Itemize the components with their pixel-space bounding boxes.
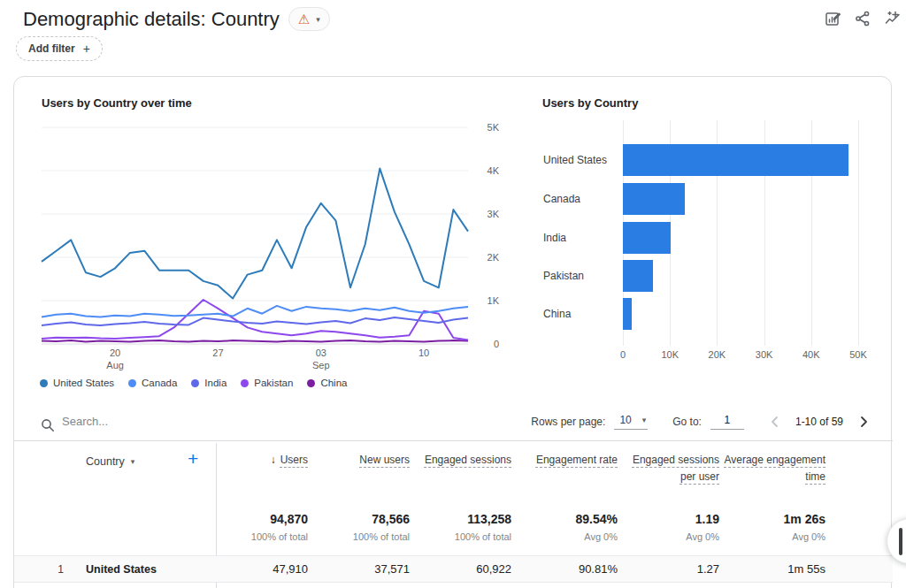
row-metric-value: 60,922 xyxy=(410,556,511,583)
bar-united-states xyxy=(623,144,848,176)
bar-pakistan xyxy=(623,260,653,292)
totals-subtext: 100% of total xyxy=(308,531,410,542)
line-chart-title: Users by Country over time xyxy=(42,96,192,110)
bar-chart-title: Users by Country xyxy=(542,96,638,110)
totals-subtext: 100% of total xyxy=(410,531,511,542)
legend-label: India xyxy=(204,378,226,388)
pagination-range: 1-10 of 59 xyxy=(795,416,843,428)
report-card: Users by Country over time 5K4K3K2K1K020… xyxy=(13,76,892,588)
search-input[interactable] xyxy=(62,415,327,428)
previous-page-button[interactable] xyxy=(767,414,783,430)
chevron-down-icon: ▾ xyxy=(131,457,135,466)
row-metric-value: 1m 55s xyxy=(719,556,825,583)
next-page-button[interactable] xyxy=(856,414,871,430)
y-axis-tick-label: 5K xyxy=(488,122,500,133)
metric-header-label: Users xyxy=(280,454,308,466)
legend-dot-icon xyxy=(191,379,199,387)
metric-header-engaged-sessions[interactable]: Engaged sessions xyxy=(410,452,511,485)
metric-header-label: Average engagement time xyxy=(724,454,825,483)
legend-item-canada: Canada xyxy=(128,378,177,388)
bar-category-label: India xyxy=(543,232,619,244)
row-values: 47,91037,57160,92290.81%1.271m 55s xyxy=(216,556,825,583)
line-chart-legend: United StatesCanadaIndiaPakistanChina xyxy=(40,378,347,388)
bar-x-tick-label: 10K xyxy=(652,349,687,360)
dimension-header-label: Country xyxy=(86,455,125,468)
bar-x-tick-label: 50K xyxy=(841,349,876,360)
y-axis-tick-label: 2K xyxy=(488,252,500,263)
add-filter-button[interactable]: Add filter + xyxy=(16,36,103,61)
totals-cell: 89.54%Avg 0% xyxy=(511,512,618,542)
ga4-demographic-details-page: Demographic details: Country ⚠︎ ▾ Add fi… xyxy=(0,0,906,588)
totals-subtext: 100% of total xyxy=(216,531,308,542)
totals-cell: 78,566100% of total xyxy=(308,512,410,542)
go-to-page-input[interactable] xyxy=(710,414,744,430)
table-search-row: Rows per page: 10 ▾ Go to: 1-10 of 59 xyxy=(14,412,893,441)
y-axis-tick-label: 3K xyxy=(488,209,500,219)
totals-subtext: Avg 0% xyxy=(618,531,719,542)
add-secondary-dimension-button[interactable]: + xyxy=(188,448,198,470)
totals-cell: 113,258100% of total xyxy=(410,512,511,542)
dimension-header-country[interactable]: Country ▾ xyxy=(86,455,134,468)
row-country-name: United States xyxy=(86,556,157,583)
bar-china xyxy=(623,298,632,330)
bar-x-tick-label: 40K xyxy=(794,349,829,360)
line-series-india xyxy=(42,317,468,325)
metric-header-label: Engaged sessions per user xyxy=(633,454,719,483)
legend-dot-icon xyxy=(241,379,249,387)
add-filter-label: Add filter xyxy=(28,42,75,55)
totals-value: 113,258 xyxy=(410,512,511,526)
sort-descending-icon: ↓ xyxy=(271,452,276,469)
metric-header-average-engagement-time[interactable]: Average engagement time xyxy=(719,452,825,485)
y-axis-tick-label: 0 xyxy=(494,339,499,349)
row-rank: 1 xyxy=(48,556,64,583)
legend-item-pakistan: Pakistan xyxy=(241,378,293,388)
x-axis-tick-sublabel: Sep xyxy=(312,360,330,370)
totals-value: 78,566 xyxy=(308,512,410,526)
rows-per-page-value: 10 xyxy=(619,414,631,426)
legend-item-united-states: United States xyxy=(40,378,114,388)
go-to-label: Go to: xyxy=(672,416,702,428)
customize-report-icon[interactable] xyxy=(824,10,841,27)
search-icon xyxy=(40,417,56,433)
data-quality-dropdown[interactable]: ⚠︎ ▾ xyxy=(288,7,330,31)
metric-header-label: New users xyxy=(359,454,410,466)
metric-header-engaged-sessions-per-user[interactable]: Engaged sessions per user xyxy=(618,452,719,485)
share-icon[interactable] xyxy=(854,10,871,27)
x-axis-tick-label: 10 xyxy=(418,347,429,358)
legend-label: United States xyxy=(53,378,114,388)
metric-header-users[interactable]: ↓Users xyxy=(216,452,308,485)
totals-subtext: Avg 0% xyxy=(719,531,825,542)
bar-category-label: Canada xyxy=(543,193,619,205)
rows-per-page-select[interactable]: 10 ▾ xyxy=(614,414,648,430)
line-series-united-states xyxy=(42,169,468,299)
totals-value: 1m 26s xyxy=(719,512,825,526)
row-metric-value: 1.27 xyxy=(618,556,719,583)
insights-icon[interactable] xyxy=(884,10,902,27)
bar-category-label: Pakistan xyxy=(543,270,619,282)
bar-gridline xyxy=(858,120,859,346)
totals-row: 94,870100% of total78,566100% of total11… xyxy=(216,512,825,542)
metric-header-new-users[interactable]: New users xyxy=(308,452,410,485)
legend-dot-icon xyxy=(307,379,315,387)
chevron-down-icon: ▾ xyxy=(642,416,647,424)
users-over-time-line-chart: 5K4K3K2K1K020Aug2703Sep10 xyxy=(14,116,527,381)
metric-headers-row: ↓UsersNew usersEngaged sessionsEngagemen… xyxy=(216,452,825,485)
chevron-down-icon: ▾ xyxy=(316,15,320,24)
table-row-united-states: 1United States47,91037,57160,92290.81%1.… xyxy=(14,555,893,583)
plus-icon: + xyxy=(83,42,90,56)
bar-india xyxy=(623,222,671,254)
totals-subtext: Avg 0% xyxy=(511,531,618,542)
x-axis-tick-sublabel: Aug xyxy=(106,360,124,370)
report-header: Demographic details: Country ⚠︎ ▾ xyxy=(23,7,330,31)
metric-header-label: Engaged sessions xyxy=(425,454,511,466)
line-series-pakistan xyxy=(42,300,468,340)
totals-cell: 94,870100% of total xyxy=(216,512,308,542)
metric-header-engagement-rate[interactable]: Engagement rate xyxy=(511,452,618,485)
y-axis-tick-label: 1K xyxy=(488,295,500,306)
totals-value: 94,870 xyxy=(216,512,308,526)
row-metric-value: 90.81% xyxy=(511,556,618,583)
totals-cell: 1m 26sAvg 0% xyxy=(719,512,825,542)
legend-dot-icon xyxy=(128,379,136,387)
pagination-controls: Rows per page: 10 ▾ Go to: 1-10 of 59 xyxy=(531,414,871,430)
legend-item-china: China xyxy=(307,378,347,388)
